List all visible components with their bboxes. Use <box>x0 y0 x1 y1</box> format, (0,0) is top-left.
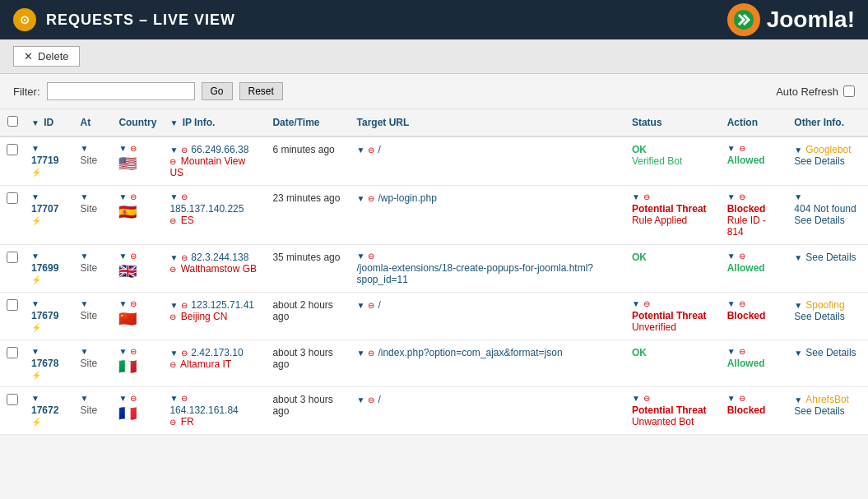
row-checkbox-2[interactable] <box>7 252 18 263</box>
col-header-ip[interactable]: ▼ IP Info. <box>163 109 266 136</box>
block-icon-action: ⊖ <box>739 299 745 308</box>
ip-address[interactable]: 164.132.161.84 <box>169 404 238 416</box>
col-header-other[interactable]: Other Info. <box>787 109 868 136</box>
other-details-link[interactable]: See Details <box>794 155 844 167</box>
block-icon-loc: ⊖ <box>169 360 176 369</box>
ip-address[interactable]: 66.249.66.38 <box>191 144 248 155</box>
other-details-link[interactable]: See Details <box>794 311 844 322</box>
url-value[interactable]: /index.php?option=com_ajax&format=json <box>378 347 562 358</box>
page-title: REQUESTS – LIVE VIEW <box>46 12 235 29</box>
reset-button[interactable]: Reset <box>239 82 283 100</box>
country-flag: 🇫🇷 <box>118 404 156 423</box>
cell-datetime: 35 minutes ago <box>266 245 350 293</box>
filter-icon: ▼ <box>31 192 39 201</box>
ip-address[interactable]: 2.42.173.10 <box>191 347 243 358</box>
at-value: Site <box>81 262 98 274</box>
row-checkbox-1[interactable] <box>7 192 18 204</box>
country-flag: 🇪🇸 <box>118 203 156 221</box>
filter-icon-country: ▼ <box>118 347 127 356</box>
cell-id: ▼ 17699 ⚡ <box>25 245 74 293</box>
col-label-at: At <box>81 117 91 128</box>
cell-url: ▼ ⊖ /wp-login.php <box>350 186 625 245</box>
select-all-header <box>0 109 25 136</box>
country-flag: 🇮🇹 <box>118 358 156 376</box>
id-value: 17699 <box>31 262 58 274</box>
block-icon-ip: ⊖ <box>181 192 188 201</box>
requests-table: ▼ ID At Country ▼ IP Info. Date/Time Tar <box>0 109 868 435</box>
filter-icon-other: ▼ <box>794 192 802 201</box>
col-header-action[interactable]: Action <box>721 109 788 136</box>
cell-other: ▼ Spoofing See Details <box>787 293 868 340</box>
block-icon-action: ⊖ <box>739 144 745 153</box>
country-flag: 🇨🇳 <box>118 310 156 328</box>
col-header-status[interactable]: Status <box>625 109 721 136</box>
block-icon-loc: ⊖ <box>169 265 176 274</box>
id-value: 17719 <box>31 155 58 166</box>
cell-id: ▼ 17719 ⚡ <box>25 136 74 186</box>
at-value: Site <box>81 358 98 369</box>
datetime-value: 35 minutes ago <box>272 252 340 263</box>
go-button[interactable]: Go <box>202 82 233 100</box>
country-flag: 🇺🇸 <box>118 155 156 173</box>
filter-bar: Filter: Go Reset Auto Refresh <box>0 74 868 109</box>
filter-icon-other: ▼ <box>794 146 802 155</box>
ip-address[interactable]: 82.3.244.138 <box>191 252 248 263</box>
joomla-logo: Joomla! <box>727 3 855 36</box>
cell-action: ▼ ⊖ Allowed <box>721 340 788 387</box>
block-icon-loc: ⊖ <box>169 418 176 427</box>
cell-status: ▼ ⊖ Potential Threat Rule Applied <box>625 186 721 245</box>
col-label-ip: IP Info. <box>183 117 216 128</box>
block-icon-status: ⊖ <box>643 299 650 308</box>
ip-location: Walthamstow GB <box>181 263 257 275</box>
cell-url: ▼ ⊖ /joomla-extensions/18-create-popups-… <box>350 245 625 293</box>
col-label-other: Other Info. <box>794 117 844 128</box>
select-all-checkbox[interactable] <box>7 116 18 127</box>
at-value: Site <box>81 404 98 416</box>
col-label-action: Action <box>727 117 758 128</box>
cell-datetime: about 2 hours ago <box>266 293 350 340</box>
cell-status: ▼ ⊖ Potential Threat Unwanted Bot <box>625 387 721 435</box>
row-checkbox-4[interactable] <box>7 347 18 358</box>
other-primary: See Details <box>805 347 856 358</box>
ip-address[interactable]: 123.125.71.41 <box>191 299 254 311</box>
action-value: Blocked <box>727 404 766 416</box>
filter-icon: ▼ <box>31 144 39 153</box>
filter-icon-country: ▼ <box>118 299 127 308</box>
filter-icon-action: ▼ <box>727 394 736 403</box>
status-sub: Rule Applied <box>632 215 687 226</box>
auto-refresh-checkbox[interactable] <box>843 85 855 97</box>
cell-action: ▼ ⊖ Blocked <box>721 293 788 340</box>
delete-button[interactable]: ✕ Delete <box>13 46 80 67</box>
filter-icon-status: ▼ <box>632 299 640 308</box>
status-sub: Unverified <box>632 321 676 333</box>
row-checkbox-0[interactable] <box>7 144 18 155</box>
status-main: OK <box>632 144 647 155</box>
col-header-country[interactable]: Country <box>112 109 163 136</box>
block-icon-url: ⊖ <box>368 146 374 155</box>
col-header-at[interactable]: At <box>74 109 113 136</box>
cell-at: ▼ Site <box>74 186 113 245</box>
row-checkbox-3[interactable] <box>7 299 18 311</box>
url-value[interactable]: / <box>378 144 380 155</box>
cell-ip: ▼ ⊖ 82.3.244.138 ⊖ Walthamstow GB <box>163 245 266 293</box>
cell-ip: ▼ ⊖ 185.137.140.225 ⊖ ES <box>163 186 266 245</box>
cell-action: ▼ ⊖ Blocked <box>721 387 788 435</box>
row-checkbox-5[interactable] <box>7 394 18 405</box>
url-value[interactable]: /wp-login.php <box>378 192 436 204</box>
col-header-url[interactable]: Target URL <box>350 109 625 136</box>
other-details-link[interactable]: See Details <box>794 215 844 226</box>
filter-icon-country: ▼ <box>118 192 127 201</box>
url-value[interactable]: / <box>378 299 380 311</box>
search-input[interactable] <box>47 82 195 100</box>
other-details-link[interactable]: See Details <box>794 405 844 417</box>
ip-address[interactable]: 185.137.140.225 <box>169 203 244 215</box>
block-icon-ip: ⊖ <box>181 146 188 155</box>
block-icon-status: ⊖ <box>643 192 650 201</box>
col-header-datetime[interactable]: Date/Time <box>266 109 350 136</box>
url-value[interactable]: /joomla-extensions/18-create-popups-for-… <box>357 262 619 285</box>
url-value[interactable]: / <box>378 394 380 405</box>
col-header-id[interactable]: ▼ ID <box>25 109 74 136</box>
datetime-value: about 3 hours ago <box>272 347 332 370</box>
ip-location: FR <box>181 416 194 427</box>
filter-icon-ip: ▼ <box>169 349 178 358</box>
